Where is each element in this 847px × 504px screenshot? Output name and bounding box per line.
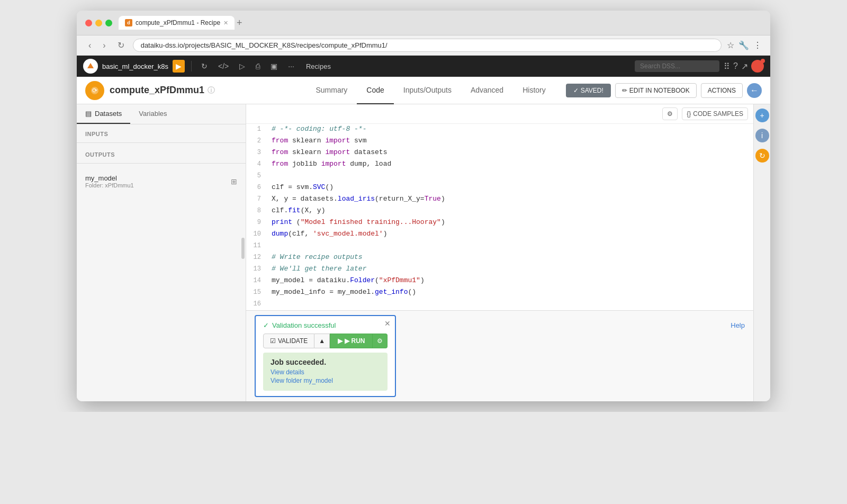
chart-icon[interactable]: ↗ [741,61,748,71]
line-number-11: 11 [246,240,267,252]
left-panel-scroll-area [77,197,246,401]
recipes-label: Recipes [306,62,331,70]
forward-button[interactable]: › [100,40,109,51]
maximize-traffic-light[interactable] [105,20,112,26]
tab-inputs-outputs[interactable]: Inputs/Outputs [394,77,461,104]
search-input[interactable] [635,60,719,72]
tab-advanced[interactable]: Advanced [461,77,513,104]
line-content-6: clf = svm.SVC() [267,182,753,194]
terminal-icon-button[interactable]: ▶ [173,60,185,73]
info-side-button[interactable]: i [755,129,769,142]
code-icon-button[interactable]: </> [215,60,232,73]
help-link[interactable]: Help [731,315,745,329]
browser-tab-active[interactable]: d compute_xPfDmmu1 - Recipe ✕ [119,16,235,30]
panel-tab-variables[interactable]: Variables [130,104,175,124]
add-side-button[interactable]: + [755,109,769,122]
scrollbar-track[interactable] [241,238,245,259]
code-line-6: 6 clf = svm.SVC() [246,182,753,194]
output-item[interactable]: my_model Folder: xPfDmmu1 ⊞ [77,170,246,193]
line-content-13: # We'll get there later [267,264,753,275]
code-line-15: 15 my_model_info = my_model.get_info() [246,287,753,299]
side-icons: + i ↻ [753,104,770,401]
print-icon-button[interactable]: ⎙ [253,60,263,73]
settings-button[interactable]: ⚙ [662,107,678,120]
traffic-lights [85,20,112,26]
line-number-2: 2 [246,136,267,147]
recipe-name: compute_xPfDmmu1 [110,85,204,96]
bookmark-icon[interactable]: ☆ [727,40,734,50]
inputs-divider [77,142,246,143]
outputs-section: my_model Folder: xPfDmmu1 ⊞ [77,166,246,197]
code-panel: ⚙ {} CODE SAMPLES 1 # -*- coding: utf-8 … [246,104,753,401]
back-arrow-button[interactable]: ← [747,83,762,98]
refresh-button[interactable]: ↻ [114,39,128,51]
view-details-link[interactable]: View details [271,368,380,376]
grid-view-icon[interactable]: ⊞ [231,177,237,186]
code-editor[interactable]: 1 # -*- coding: utf-8 -*- 2 from sklearn… [246,124,753,310]
recipe-tabs: Summary Code Inputs/Outputs Advanced His… [306,77,555,104]
saved-button[interactable]: ✓ SAVED! [566,84,611,97]
address-bar[interactable] [133,39,722,52]
close-job-panel-icon[interactable]: ✕ [384,319,391,328]
validate-dropdown-button[interactable]: ▲ [314,334,330,348]
minimize-traffic-light[interactable] [95,20,102,26]
tab-summary[interactable]: Summary [306,77,357,104]
line-content-12: # Write recipe outputs [267,252,753,264]
action-buttons: ☑ VALIDATE ▲ ▶ ▶ RUN ⚙ [263,334,388,348]
line-content-1: # -*- coding: utf-8 -*- [267,124,753,136]
braces-icon: {} [687,110,691,118]
code-samples-button[interactable]: {} CODE SAMPLES [682,107,748,120]
grid-icon[interactable]: ⠿ [724,61,730,71]
output-item-info: my_model Folder: xPfDmmu1 [85,174,134,188]
validation-panel: ✓ Validation successful ☑ VALIDATE ▲ ▶ ▶… [255,315,396,397]
extensions-icon[interactable]: 🔧 [738,40,749,50]
validation-success-message: ✓ Validation successful [263,321,388,329]
code-line-9: 9 print ("Model finished training...Hoor… [246,217,753,229]
sync-side-button[interactable]: ↻ [755,149,769,163]
validate-button[interactable]: ☑ VALIDATE [263,334,314,348]
close-traffic-light[interactable] [85,20,92,26]
tab-close-icon[interactable]: ✕ [223,20,228,26]
svg-text:⟳: ⟳ [92,87,97,94]
line-number-9: 9 [246,217,267,229]
book-icon-button[interactable]: ▣ [267,60,281,73]
line-content-4: from joblib import dump, load [267,159,753,170]
validate-checkmark-icon: ☑ [270,337,276,345]
validate-label: VALIDATE [278,337,308,345]
recipe-header: ⟳ compute_xPfDmmu1 ⓘ Summary Code Inputs… [77,77,770,104]
view-folder-link[interactable]: View folder my_model [271,377,380,384]
project-name: basic_ml_docker_k8s [102,62,168,70]
line-number-15: 15 [246,287,267,299]
line-content-10: dump(clf, 'svc_model.model') [267,229,753,240]
tab-history[interactable]: History [513,77,555,104]
main-content: ▤ Datasets Variables Inputs Outputs my_m… [77,104,770,401]
run-settings-button[interactable]: ⚙ [373,334,388,348]
recipe-header-actions: ✓ SAVED! ✏ EDIT IN NOTEBOOK ACTIONS [566,83,743,98]
left-panel: ▤ Datasets Variables Inputs Outputs my_m… [77,104,246,401]
menu-icon[interactable]: ⋮ [753,40,762,50]
variables-label: Variables [139,110,167,118]
run-button[interactable]: ▶ ▶ RUN [330,334,373,348]
line-number-7: 7 [246,194,267,205]
play-icon-button[interactable]: ▷ [236,60,248,73]
inputs-section-title: Inputs [77,124,246,140]
back-button[interactable]: ‹ [85,40,94,51]
new-tab-button[interactable]: + [237,17,242,29]
output-item-name: my_model [85,174,134,182]
panel-tab-datasets[interactable]: ▤ Datasets [77,104,130,124]
code-line-16: 16 [246,299,753,310]
more-icon-button[interactable]: ··· [285,60,298,73]
info-icon[interactable]: ⓘ [208,86,215,95]
code-samples-label: CODE SAMPLES [693,110,743,118]
checkmark-success-icon: ✓ [263,321,269,329]
line-number-4: 4 [246,159,267,170]
line-number-1: 1 [246,124,267,136]
recipe-icon: ⟳ [85,81,104,100]
job-success-panel: Job succeeded. View details View folder … [263,353,388,391]
help-icon[interactable]: ? [733,61,738,71]
actions-button[interactable]: ACTIONS [701,83,743,98]
tab-code[interactable]: Code [357,77,393,104]
edit-notebook-button[interactable]: ✏ EDIT IN NOTEBOOK [615,83,697,98]
refresh-icon-button[interactable]: ↻ [198,60,211,73]
run-play-icon: ▶ [338,337,343,345]
